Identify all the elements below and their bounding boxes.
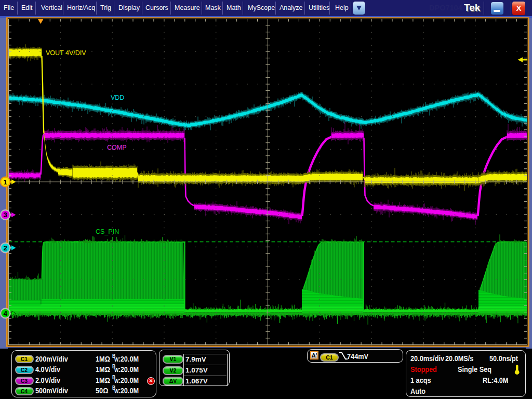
svg-text:COMP: COMP (107, 144, 127, 151)
svg-text:VDD: VDD (111, 94, 124, 101)
svg-text:CS_PIN: CS_PIN (96, 228, 119, 235)
svg-text:2: 2 (4, 244, 8, 252)
svg-text:3: 3 (4, 211, 8, 219)
svg-text:1: 1 (4, 178, 8, 186)
svg-text:4: 4 (4, 310, 8, 317)
svg-text:VOUT 4V/DIV: VOUT 4V/DIV (46, 49, 86, 57)
